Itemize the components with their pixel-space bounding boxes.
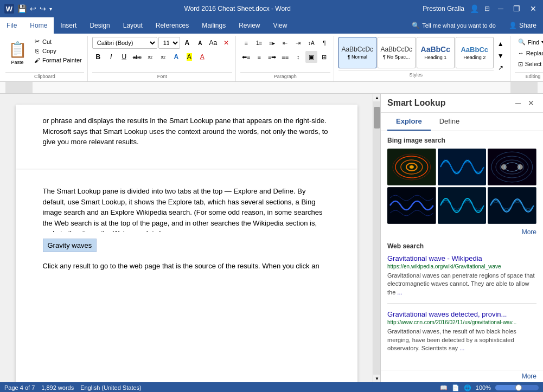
bold-button[interactable]: B: [92, 51, 104, 63]
share-button[interactable]: 👤 Share: [502, 17, 543, 34]
text-highlight-button[interactable]: A: [183, 51, 195, 63]
search-result-1-title[interactable]: Gravitational wave - Wikipedia: [387, 254, 536, 262]
image-cell-3[interactable]: [488, 149, 536, 185]
align-right-button[interactable]: ≡➡: [266, 51, 278, 63]
italic-button[interactable]: I: [105, 51, 117, 63]
image-cell-6[interactable]: [488, 187, 536, 224]
align-left-button[interactable]: ⬅≡: [240, 51, 252, 63]
underline-button[interactable]: U: [118, 51, 130, 63]
bullets-button[interactable]: ≡: [240, 37, 252, 49]
strikethrough-button[interactable]: abc: [131, 51, 143, 63]
change-case-button[interactable]: Aa: [207, 37, 219, 49]
font-color-button[interactable]: A: [196, 51, 208, 63]
paste-button[interactable]: 📋 Paste: [5, 37, 29, 68]
search-result-2-url: http://www.cnn.com/2016/02/11/us/gravita…: [387, 319, 536, 325]
page-info[interactable]: Page 4 of 7: [4, 384, 35, 391]
numbering-button[interactable]: 1≡: [253, 37, 265, 49]
image-cell-2[interactable]: [438, 149, 487, 185]
clear-format-button[interactable]: ✕: [220, 37, 232, 49]
format-painter-button[interactable]: 🖌 Format Painter: [30, 56, 84, 65]
menu-mailings[interactable]: Mailings: [195, 17, 232, 34]
minimize-button[interactable]: ─: [495, 4, 506, 13]
save-icon[interactable]: 💾: [17, 4, 27, 13]
align-center-button[interactable]: ≡: [253, 51, 265, 63]
word-count[interactable]: 1,892 words: [41, 384, 74, 391]
borders-button[interactable]: ⊞: [318, 51, 330, 63]
menu-insert[interactable]: Insert: [54, 17, 83, 34]
style-no-space[interactable]: AaBbCcDc ¶ No Spac...: [378, 37, 416, 68]
zoom-slider[interactable]: [495, 385, 539, 390]
title-bar: W 💾 ↩ ↪ ▾ Word 2016 Cheat Sheet.docx - W…: [0, 0, 543, 17]
gravity-waves-selection[interactable]: Gravity waves: [43, 239, 97, 252]
restore-button[interactable]: ❐: [512, 4, 522, 13]
language[interactable]: English (United States): [80, 384, 142, 391]
menu-layout[interactable]: Layout: [117, 17, 149, 34]
menu-file[interactable]: File: [0, 17, 23, 34]
increase-indent-button[interactable]: ⇥: [292, 37, 304, 49]
more-web-link[interactable]: More: [522, 372, 536, 380]
show-hide-button[interactable]: ¶: [318, 37, 330, 49]
scroll-track[interactable]: [373, 101, 380, 375]
vertical-scrollbar: ▲ ▼: [373, 94, 380, 382]
justify-button[interactable]: ≡≡: [279, 51, 291, 63]
image-cell-5[interactable]: [438, 187, 487, 224]
styles-scroll-up[interactable]: ▲: [495, 38, 507, 50]
font-size-select[interactable]: 11: [158, 37, 180, 49]
web-layout-icon[interactable]: 🌐: [464, 384, 471, 391]
profile-icon[interactable]: 👤: [470, 4, 479, 13]
close-button[interactable]: ✕: [528, 4, 539, 13]
undo-icon[interactable]: ↩: [30, 4, 36, 13]
line-spacing-button[interactable]: ↕: [292, 51, 304, 63]
menu-references[interactable]: References: [149, 17, 195, 34]
shrink-font-button[interactable]: A: [194, 37, 206, 49]
panel-close-button[interactable]: ✕: [526, 99, 536, 107]
search-result-2-title[interactable]: Gravitational waves detected, provin...: [387, 310, 536, 318]
document-area[interactable]: or phrase and displays the results in th…: [0, 94, 373, 382]
search-bar[interactable]: 🔍 Tell me what you want to do: [405, 17, 502, 34]
cut-button[interactable]: ✂ Cut: [30, 37, 84, 46]
tab-define[interactable]: Define: [431, 113, 469, 131]
styles-group-label: Styles: [338, 70, 494, 78]
panel-collapse-button[interactable]: ─: [513, 99, 523, 107]
replace-button[interactable]: ↔ Replace: [515, 48, 543, 58]
menu-review[interactable]: Review: [232, 17, 266, 34]
multilevel-list-button[interactable]: ≡▸: [266, 37, 278, 49]
more-images-link[interactable]: More: [387, 228, 536, 236]
ribbon-display-icon[interactable]: ⊟: [484, 5, 490, 12]
panel-body[interactable]: Bing image search: [381, 131, 543, 370]
font-name-select[interactable]: Calibri (Body): [92, 37, 157, 49]
styles-scroll-down[interactable]: ▼: [495, 50, 507, 62]
status-bar: Page 4 of 7 1,892 words English (United …: [0, 382, 543, 392]
grow-font-button[interactable]: A: [181, 37, 193, 49]
style-heading2-preview: AaBbCc: [461, 46, 488, 54]
search-result-1-ellipsis[interactable]: ...: [397, 289, 402, 295]
menu-view[interactable]: View: [267, 17, 294, 34]
styles-expand[interactable]: ↗: [495, 62, 507, 74]
select-button[interactable]: ⊡ Select ▾: [515, 59, 543, 69]
scroll-up-button[interactable]: ▲: [373, 94, 381, 101]
qat-customize-icon[interactable]: ▾: [49, 6, 52, 12]
redo-icon[interactable]: ↪: [40, 4, 46, 13]
text-effects-button[interactable]: A: [170, 51, 182, 63]
image-cell-4[interactable]: [387, 187, 436, 224]
scroll-thumb[interactable]: [374, 107, 380, 128]
sort-button[interactable]: ↕A: [305, 37, 317, 49]
copy-button[interactable]: ⎘ Copy: [30, 47, 84, 55]
tab-explore[interactable]: Explore: [387, 113, 431, 131]
find-button[interactable]: 🔍 Find ▾: [515, 37, 543, 47]
subscript-button[interactable]: x2: [144, 51, 156, 63]
zoom-slider-thumb[interactable]: [515, 384, 522, 391]
superscript-button[interactable]: x2: [157, 51, 169, 63]
read-mode-icon[interactable]: 📖: [440, 384, 448, 391]
search-result-2-ellipsis[interactable]: ...: [459, 345, 464, 351]
scroll-down-button[interactable]: ▼: [373, 375, 381, 382]
shading-button[interactable]: ▣: [305, 51, 317, 63]
image-cell-1[interactable]: [387, 149, 436, 185]
style-heading2[interactable]: AaBbCc Heading 2: [456, 37, 494, 68]
menu-design[interactable]: Design: [83, 17, 116, 34]
print-layout-icon[interactable]: 📄: [452, 384, 459, 391]
style-normal[interactable]: AaBbCcDc ¶ Normal: [338, 37, 376, 68]
style-heading1[interactable]: AaBbCc Heading 1: [417, 37, 455, 68]
menu-home[interactable]: Home: [23, 17, 54, 34]
decrease-indent-button[interactable]: ⇤: [279, 37, 291, 49]
